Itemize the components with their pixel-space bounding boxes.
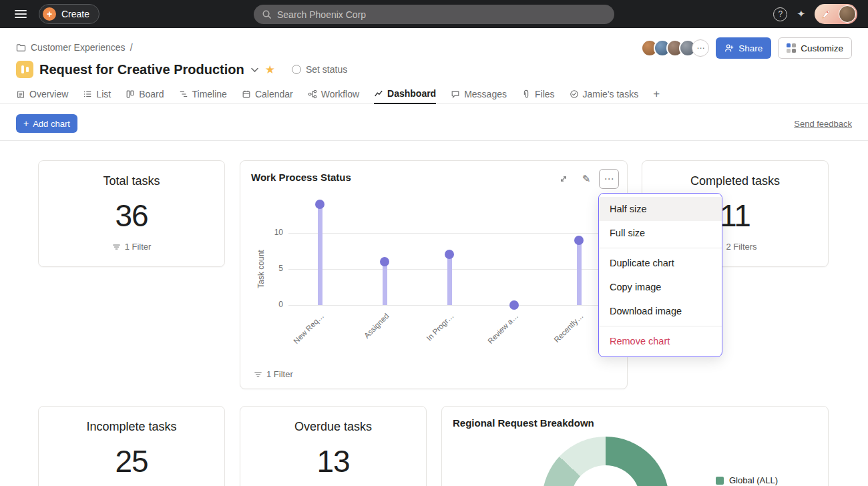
tab-timeline[interactable]: Timeline <box>179 84 227 104</box>
calendar-icon <box>242 89 251 99</box>
chart-options-menu: Half size Full size Duplicate chart Copy… <box>598 193 722 357</box>
paperclip-icon <box>521 89 531 99</box>
incomplete-tasks-value: 25 <box>39 443 224 479</box>
create-button-label: Create <box>61 9 89 19</box>
lollipop-plot: 1050New Req…AssignedIn Progr…Review a…Re… <box>288 161 602 305</box>
project-icon[interactable] <box>16 61 33 78</box>
chat-icon <box>451 89 460 99</box>
lollipop-dot <box>380 257 389 266</box>
x-category-label: In Progr… <box>425 312 455 342</box>
menu-icon[interactable] <box>15 10 27 18</box>
legend-label: Global (ALL) <box>729 475 778 485</box>
set-status-button[interactable]: Set status <box>292 64 347 75</box>
share-button[interactable]: Share <box>716 37 771 59</box>
tab-calendar[interactable]: Calendar <box>242 84 293 104</box>
tab-workflow[interactable]: Workflow <box>308 84 359 104</box>
create-button[interactable]: + Create <box>39 4 99 24</box>
y-tick-label: 10 <box>266 228 283 237</box>
x-category-label: Recently… <box>552 312 584 344</box>
x-category-label: New Req… <box>292 312 325 345</box>
chart-legend: Global (ALL) <box>716 475 778 485</box>
lollipop-stem <box>577 240 582 305</box>
favorite-star-icon[interactable]: ★ <box>265 63 275 77</box>
help-icon[interactable]: ? <box>773 7 787 21</box>
plus-icon: + <box>43 7 56 21</box>
more-members-button[interactable]: ⋯ <box>692 39 709 57</box>
tab-label: Messages <box>464 89 507 99</box>
dashboard-icon <box>374 89 383 98</box>
filter-indicator[interactable]: 1 Filter <box>254 369 293 379</box>
breadcrumb: Customer Experiences / <box>16 42 133 53</box>
filter-label: 2 Filters <box>726 242 756 252</box>
card-title: Total tasks <box>39 174 224 188</box>
share-button-label: Share <box>738 43 763 53</box>
tab-label: Workflow <box>321 89 359 99</box>
breadcrumb-separator: / <box>130 42 133 53</box>
card-title: Overdue tasks <box>240 420 426 434</box>
title-row: Request for Creative Production ★ Set st… <box>16 59 347 80</box>
profile-pill[interactable] <box>815 4 857 24</box>
menu-item-remove-chart[interactable]: Remove chart <box>599 329 722 353</box>
lollipop-stem <box>383 262 387 305</box>
lollipop-dot <box>509 300 519 310</box>
menu-item-half-size[interactable]: Half size <box>599 197 722 221</box>
folder-icon <box>16 43 26 52</box>
customize-button-label: Customize <box>801 43 843 53</box>
y-tick-label: 5 <box>266 264 283 273</box>
tab-files[interactable]: Files <box>521 84 555 104</box>
tab-board[interactable]: Board <box>126 84 164 104</box>
search-input[interactable] <box>277 9 606 20</box>
tab-jamies-tasks[interactable]: Jamie's tasks <box>570 84 639 104</box>
menu-item-full-size[interactable]: Full size <box>599 221 722 245</box>
ai-sparkle-icon[interactable]: ✦ <box>797 8 805 20</box>
tab-list[interactable]: List <box>83 84 111 104</box>
member-avatars: ⋯ <box>641 39 709 57</box>
tab-messages[interactable]: Messages <box>451 84 507 104</box>
filter-label: 1 Filter <box>266 369 293 379</box>
board-icon <box>126 89 135 99</box>
total-tasks-value: 36 <box>39 198 224 234</box>
menu-item-download-image[interactable]: Download image <box>599 299 722 323</box>
ellipsis-icon: ⋯ <box>604 173 614 185</box>
menu-item-duplicate-chart[interactable]: Duplicate chart <box>599 251 722 275</box>
tab-overview[interactable]: Overview <box>16 84 68 104</box>
add-tab-button[interactable]: + <box>653 87 660 101</box>
list-icon <box>83 89 92 99</box>
menu-item-copy-image[interactable]: Copy image <box>599 275 722 299</box>
tab-label: Board <box>139 89 164 99</box>
tab-dashboard[interactable]: Dashboard <box>374 84 436 104</box>
donut-chart <box>542 437 669 486</box>
status-circle-icon <box>292 65 301 74</box>
customize-button[interactable]: Customize <box>778 37 852 59</box>
gridline <box>288 269 602 270</box>
x-category-label: Review a… <box>486 312 519 345</box>
menu-separator <box>599 248 722 248</box>
work-process-chart-card: Work Process Status ✎ ⋯ Task count 1050N… <box>240 160 628 389</box>
breadcrumb-link[interactable]: Customer Experiences <box>31 42 126 53</box>
tab-label: Calendar <box>255 89 293 99</box>
customize-grid-icon <box>787 43 796 53</box>
tab-label: Timeline <box>192 89 227 99</box>
total-tasks-card: Total tasks 36 1 Filter <box>38 160 225 267</box>
topbar-right: ? ✦ <box>773 4 857 24</box>
filter-indicator[interactable]: 1 Filter <box>39 242 224 252</box>
lollipop-stem <box>447 254 452 305</box>
card-title: Completed tasks <box>642 174 828 188</box>
add-chart-button[interactable]: + Add chart <box>16 114 77 133</box>
global-search[interactable] <box>254 5 614 24</box>
tabs-row: Overview List Board Timeline Calendar Wo… <box>0 84 868 104</box>
share-person-icon <box>724 43 734 53</box>
filter-label: 1 Filter <box>125 242 152 252</box>
tab-label: Jamie's tasks <box>583 89 639 99</box>
incomplete-tasks-card: Incomplete tasks 25 <box>38 406 225 486</box>
card-title: Incomplete tasks <box>39 420 224 434</box>
rocket-illustration <box>821 9 831 19</box>
send-feedback-link[interactable]: Send feedback <box>794 119 852 129</box>
user-avatar <box>839 5 856 23</box>
menu-separator <box>599 326 722 326</box>
chevron-down-icon[interactable] <box>250 67 259 73</box>
filter-icon <box>254 371 262 379</box>
overdue-tasks-card: Overdue tasks 13 <box>240 406 427 486</box>
tab-label: Overview <box>29 89 68 99</box>
x-category-label: Assigned <box>363 312 391 340</box>
